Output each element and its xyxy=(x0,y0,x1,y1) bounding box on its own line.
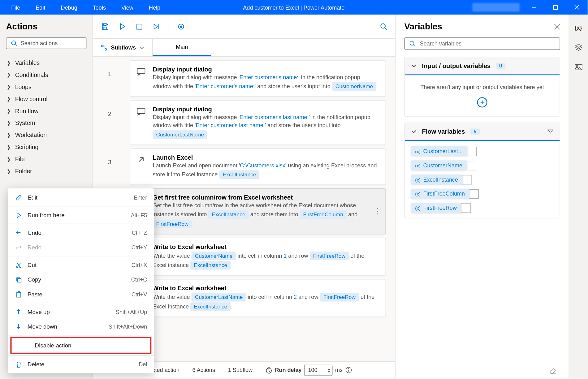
svg-point-11 xyxy=(381,24,385,28)
rail-variables-icon[interactable]: {x} xyxy=(572,21,585,34)
tree-item-scripting[interactable]: ❯Scripting xyxy=(6,141,86,153)
variables-title: Variables xyxy=(404,22,442,32)
menu-file[interactable]: File xyxy=(5,2,26,13)
subflows-dropdown[interactable]: Subflows xyxy=(93,39,153,56)
minimize-button[interactable] xyxy=(524,0,544,15)
ctx-edit[interactable]: EditEnter xyxy=(8,190,154,205)
ctx-undo[interactable]: UndoCtrl+Z xyxy=(8,225,154,240)
flow-count-badge: 5 xyxy=(470,129,480,135)
io-variables-header[interactable]: Input / output variables 0 xyxy=(405,57,560,75)
add-variable-button[interactable]: + xyxy=(477,97,487,107)
eraser-icon[interactable] xyxy=(549,366,557,374)
step-description: Write the value CustomerLastName into ce… xyxy=(153,292,378,312)
tree-item-folder[interactable]: ❯Folder xyxy=(6,165,86,177)
chevron-down-icon xyxy=(411,129,417,135)
tree-item-conditionals[interactable]: ❯Conditionals xyxy=(6,69,86,81)
up-icon xyxy=(15,308,22,316)
svg-point-44 xyxy=(19,266,21,267)
variable-chip[interactable]: (x)CustomerLast... xyxy=(411,146,553,156)
svg-point-4 xyxy=(11,41,15,45)
step-card[interactable]: Launch ExcelLaunch Excel and open docume… xyxy=(130,148,386,185)
close-panel-icon[interactable] xyxy=(554,24,560,29)
svg-line-12 xyxy=(385,28,387,30)
svg-point-43 xyxy=(16,266,18,267)
ctx-cut[interactable]: CutCtrl+X xyxy=(8,258,154,272)
step-description: Display input dialog with message 'Enter… xyxy=(153,74,378,91)
step-description: Get the first free column/row in the act… xyxy=(153,202,378,229)
step-icon xyxy=(136,107,147,117)
svg-rect-46 xyxy=(16,292,20,297)
step-button[interactable] xyxy=(149,19,164,34)
filter-icon[interactable] xyxy=(547,128,554,135)
variable-chip[interactable]: (x)ExcelInstance xyxy=(411,174,553,184)
save-button[interactable] xyxy=(97,19,113,34)
svg-rect-45 xyxy=(17,278,21,282)
run-button[interactable] xyxy=(115,19,130,34)
record-button[interactable] xyxy=(173,19,189,34)
svg-line-5 xyxy=(15,45,17,46)
context-menu: EditEnterRun from hereAlt+F5UndoCtrl+ZRe… xyxy=(8,188,154,373)
user-account[interactable] xyxy=(472,3,520,12)
ctx-delete[interactable]: DeleteDel xyxy=(8,357,154,372)
stop-button[interactable] xyxy=(132,19,147,34)
tab-main[interactable]: Main xyxy=(153,39,211,56)
menu-debug[interactable]: Debug xyxy=(55,2,83,13)
variable-chip[interactable]: (x)CustomerName xyxy=(411,160,553,170)
ctx-copy[interactable]: CopyCtrl+C xyxy=(8,272,154,287)
run-delay-label: Run delay xyxy=(275,367,301,373)
menu-edit[interactable]: Edit xyxy=(30,2,51,13)
tree-item-workstation[interactable]: ❯Workstation xyxy=(6,129,86,141)
tree-item-flow-control[interactable]: ❯Flow control xyxy=(6,93,86,105)
search-variables-input[interactable]: Search variables xyxy=(404,37,560,50)
undo-icon xyxy=(15,229,22,236)
status-subflows: 1 Subflow xyxy=(228,367,253,373)
step-title: Write to Excel worksheet xyxy=(153,285,378,291)
more-icon[interactable]: ⋮ xyxy=(374,207,381,216)
ctx-disable-action[interactable]: Disable action xyxy=(12,338,150,353)
ctx-run-from-here[interactable]: Run from hereAlt+F5 xyxy=(8,208,154,222)
tree-item-run-flow[interactable]: ❯Run flow xyxy=(6,105,86,117)
step-title: Display input dialog xyxy=(153,106,378,113)
step-card[interactable]: Display input dialogDisplay input dialog… xyxy=(130,100,386,145)
cut-icon xyxy=(15,261,22,269)
run-delay-input[interactable]: 100▲▼ xyxy=(304,364,333,376)
tree-item-variables[interactable]: ❯Variables xyxy=(6,57,86,69)
step-icon xyxy=(136,155,147,165)
variable-chip[interactable]: (x)FirstFreeRow xyxy=(411,203,553,213)
subflows-icon xyxy=(101,44,107,51)
ctx-paste[interactable]: PasteCtrl+V xyxy=(8,287,154,301)
tree-item-file[interactable]: ❯File xyxy=(6,153,86,165)
search-flow-button[interactable] xyxy=(375,19,391,34)
menu-help[interactable]: Help xyxy=(143,2,166,13)
step-title: Display input dialog xyxy=(153,66,378,73)
info-icon[interactable] xyxy=(345,367,352,373)
menu-view[interactable]: View xyxy=(115,2,140,13)
ctx-move-up[interactable]: Move upShift+Alt+Up xyxy=(8,304,154,319)
play-icon xyxy=(15,211,22,219)
actions-title: Actions xyxy=(6,22,86,32)
step-description: Write the value CustomerName into cell i… xyxy=(153,251,378,270)
svg-point-35 xyxy=(348,368,348,369)
maximize-button[interactable] xyxy=(546,0,565,15)
rail-layers-icon[interactable] xyxy=(572,41,585,54)
step-card[interactable]: Write to Excel worksheetWrite the value … xyxy=(130,279,386,317)
ctx-move-down[interactable]: Move downShift+Alt+Down xyxy=(8,319,154,334)
step-title: Get first free column/row from Excel wor… xyxy=(153,194,378,201)
tree-item-loops[interactable]: ❯Loops xyxy=(6,81,86,93)
step-card[interactable]: Display input dialogDisplay input dialog… xyxy=(130,60,386,97)
rail-images-icon[interactable] xyxy=(572,60,585,74)
close-button[interactable] xyxy=(567,0,587,15)
ctx-redo: RedoCtrl+Y xyxy=(8,240,154,255)
svg-point-10 xyxy=(180,26,182,28)
search-actions-input[interactable]: Search actions xyxy=(6,37,86,49)
tree-item-system[interactable]: ❯System xyxy=(6,117,86,129)
variable-chip[interactable]: (x)FirstFreeColumn xyxy=(411,189,553,199)
step-card[interactable]: Write to Excel worksheetWrite the value … xyxy=(130,238,386,276)
svg-rect-16 xyxy=(137,108,145,114)
menu-tools[interactable]: Tools xyxy=(87,2,112,13)
search-actions-placeholder: Search actions xyxy=(21,40,58,46)
svg-point-13 xyxy=(102,45,103,47)
flow-variables-header[interactable]: Flow variables 5 xyxy=(405,123,560,141)
edit-icon xyxy=(15,194,22,201)
step-card[interactable]: Get first free column/row from Excel wor… xyxy=(130,188,386,234)
